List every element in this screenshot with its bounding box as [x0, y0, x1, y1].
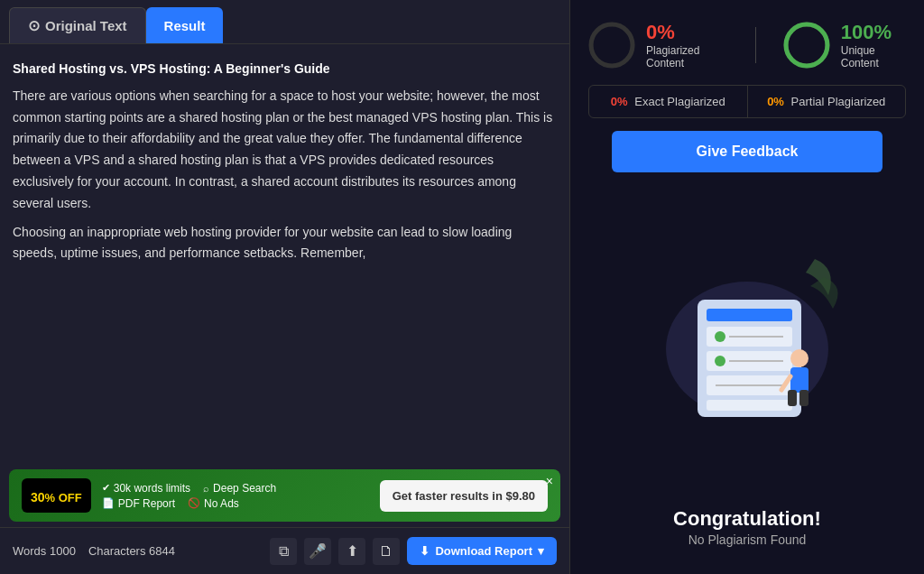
- svg-rect-18: [788, 390, 797, 406]
- svg-rect-15: [707, 400, 792, 411]
- promo-feature-row1: ✔ 30k words limits ⌕ Deep Search: [102, 482, 276, 495]
- congrats-section: Congratulation! No Plagiarism Found: [588, 507, 906, 556]
- promo-feature-row2: 📄 PDF Report 🚫 No Ads: [102, 497, 276, 510]
- plagiarized-sub: Plagiarized Content: [646, 44, 728, 69]
- promo-banner: × 30% OFF ✔ 30k words limits ⌕ Deep Sear…: [9, 469, 560, 522]
- bottom-bar: Words 1000 Characters 6844 ⧉ 🎤 ⬆ 🗋 ⬇ Dow…: [0, 527, 569, 574]
- score-divider: [755, 27, 756, 63]
- tab-result-label: Result: [164, 18, 206, 33]
- partial-val: 0%: [767, 95, 784, 108]
- text-para2: Choosing an inappropriate web hosting pr…: [13, 222, 557, 265]
- download-report-button[interactable]: ⬇ Download Report ▾: [407, 537, 557, 565]
- unique-sub: Unique Content: [841, 44, 906, 69]
- svg-point-16: [790, 349, 808, 367]
- congrats-sub: No Plagiarism Found: [588, 532, 906, 547]
- text-heading: Shared Hosting vs. VPS Hosting: A Beginn…: [13, 59, 557, 80]
- copy-icon-button[interactable]: ⧉: [270, 538, 297, 565]
- unique-score-item: 100% Unique Content: [783, 18, 906, 72]
- left-panel: ⊙ Original Text Result Shared Hosting vs…: [0, 0, 570, 574]
- right-panel: 0% Plagiarized Content 100% Unique Conte…: [570, 0, 924, 574]
- exact-stat: 0% Exact Plagiarized: [589, 86, 748, 117]
- promo-badge-sup: % OFF: [45, 491, 82, 505]
- mic-icon-button[interactable]: 🎤: [304, 538, 331, 565]
- promo-feature-deep: ⌕ Deep Search: [203, 482, 276, 495]
- bottom-icons: ⧉ 🎤 ⬆ 🗋 ⬇ Download Report ▾: [270, 537, 557, 565]
- download-icon: ⬇: [420, 544, 430, 558]
- score-row: 0% Plagiarized Content 100% Unique Conte…: [588, 18, 906, 72]
- exact-val: 0%: [611, 95, 628, 108]
- char-count: Characters 6844: [88, 544, 175, 558]
- promo-badge: 30% OFF: [22, 478, 91, 513]
- text-para1: There are various options when searching…: [13, 86, 557, 215]
- partial-label: Partial Plagiarized: [791, 95, 886, 108]
- give-feedback-button[interactable]: Give Feedback: [612, 131, 882, 172]
- svg-point-11: [715, 356, 725, 366]
- share-icon-button[interactable]: ⬆: [338, 538, 365, 565]
- tab-original[interactable]: ⊙ Original Text: [9, 7, 146, 43]
- partial-stat: 0% Partial Plagiarized: [748, 86, 906, 117]
- text-area: Shared Hosting vs. VPS Hosting: A Beginn…: [0, 44, 569, 469]
- promo-feature-pdf: 📄 PDF Report: [102, 497, 175, 510]
- svg-rect-6: [707, 309, 792, 321]
- download-chevron-icon: ▾: [538, 544, 544, 558]
- unique-circle: [780, 22, 834, 69]
- promo-feature-words: ✔ 30k words limits: [102, 482, 190, 495]
- plagiarized-circle: [585, 22, 639, 69]
- tab-result[interactable]: Result: [146, 7, 224, 43]
- tab-original-label: Original Text: [45, 18, 127, 33]
- promo-left: 30% OFF ✔ 30k words limits ⌕ Deep Search…: [22, 478, 276, 513]
- svg-point-3: [786, 24, 827, 66]
- promo-features: ✔ 30k words limits ⌕ Deep Search 📄 PDF R…: [102, 482, 276, 510]
- plagiarized-label-group: 0% Plagiarized Content: [646, 21, 728, 69]
- svg-rect-19: [799, 390, 808, 406]
- check-icon-deep: ⌕: [203, 483, 209, 494]
- result-illustration: [648, 250, 846, 430]
- unique-pct: 100%: [841, 21, 906, 44]
- check-icon-words: ✔: [102, 482, 110, 494]
- tab-bar: ⊙ Original Text Result: [0, 0, 569, 44]
- promo-close-button[interactable]: ×: [546, 475, 553, 487]
- stat-row: 0% Exact Plagiarized 0% Partial Plagiari…: [588, 85, 906, 118]
- promo-badge-number: 30: [31, 490, 45, 505]
- plagiarized-pct: 0%: [646, 21, 728, 44]
- noads-icon: 🚫: [188, 497, 200, 509]
- file-icon-button[interactable]: 🗋: [373, 538, 400, 565]
- word-count: Words 1000: [13, 544, 76, 558]
- congrats-title: Congratulation!: [588, 507, 906, 531]
- svg-rect-17: [790, 367, 808, 393]
- promo-feature-noads: 🚫 No Ads: [188, 497, 239, 510]
- illustration-area: [588, 185, 906, 495]
- promo-cta-button[interactable]: Get faster results in $9.80: [380, 480, 548, 512]
- unique-label-group: 100% Unique Content: [841, 21, 906, 69]
- plagiarized-score-item: 0% Plagiarized Content: [588, 18, 728, 72]
- svg-point-8: [715, 331, 725, 342]
- back-icon: ⊙: [28, 17, 40, 34]
- svg-point-0: [591, 24, 633, 66]
- exact-label: Exact Plagiarized: [634, 95, 725, 108]
- pdf-icon: 📄: [102, 497, 115, 509]
